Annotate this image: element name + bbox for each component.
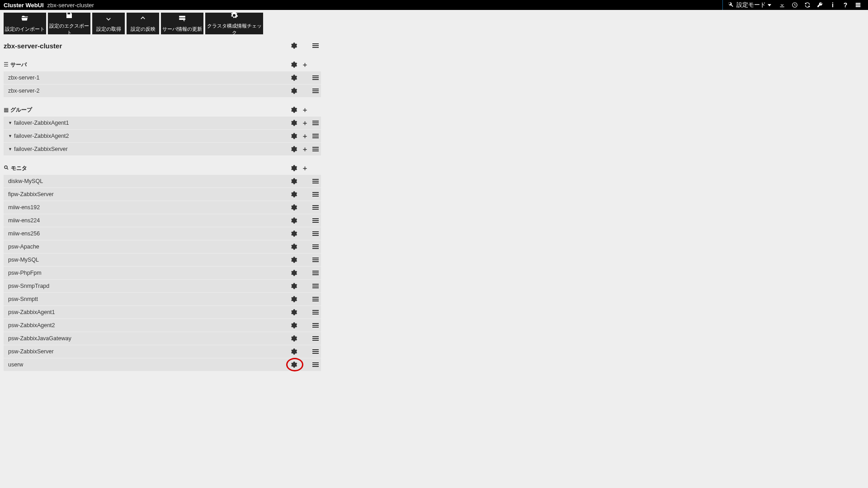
gear-icon[interactable]	[290, 177, 298, 185]
topbar-icons: i ?	[776, 0, 864, 10]
menu-icon[interactable]	[312, 204, 319, 211]
monitor-row[interactable]: psw-Apache	[4, 240, 321, 253]
plus-icon[interactable]: ＋	[301, 164, 309, 172]
svg-rect-1	[856, 3, 861, 4]
gear-icon[interactable]	[290, 74, 298, 82]
cluster-title-row: zbx-server-cluster	[4, 39, 321, 52]
gear-icon[interactable]	[290, 145, 298, 153]
server-row[interactable]: zbx-server-1	[4, 71, 321, 84]
menu-icon[interactable]	[312, 217, 319, 224]
group-row[interactable]: ▼failover-ZabbixServer＋	[4, 143, 321, 156]
monitor-row[interactable]: psw-PhpFpm	[4, 267, 321, 280]
refresh-server-button[interactable]: サーバ情報の更新	[161, 13, 203, 34]
menu-icon[interactable]	[312, 244, 319, 250]
gear-icon[interactable]	[290, 132, 298, 140]
server-row[interactable]: zbx-server-2	[4, 84, 321, 98]
gear-icon[interactable]	[290, 308, 298, 316]
menu-icon[interactable]	[312, 230, 319, 237]
help-icon[interactable]: ?	[839, 0, 852, 10]
menu-icon[interactable]	[312, 191, 319, 197]
get-config-button[interactable]: 設定の取得	[92, 13, 125, 34]
row-label: psw-Snmptt	[8, 296, 288, 302]
check-config-button[interactable]: クラスタ構成情報チェック	[205, 13, 263, 34]
gear-icon[interactable]	[290, 269, 298, 277]
menu-icon[interactable]	[312, 270, 319, 276]
key-icon[interactable]	[814, 0, 826, 10]
plus-icon[interactable]: ＋	[301, 132, 309, 140]
save-icon	[65, 11, 74, 21]
download-icon[interactable]	[776, 0, 788, 10]
arrow-up-icon	[139, 14, 147, 24]
row-label: failover-ZabbixAgent1	[14, 120, 288, 126]
monitor-row[interactable]: userw	[4, 358, 321, 371]
monitor-row[interactable]: psw-ZabbixAgent2	[4, 319, 321, 332]
groups-header-label: グループ	[10, 106, 288, 114]
monitor-row[interactable]: diskw-MySQL	[4, 175, 321, 188]
monitor-row[interactable]: psw-MySQL	[4, 253, 321, 267]
menu-icon[interactable]	[312, 133, 319, 139]
plus-icon[interactable]: ＋	[301, 106, 309, 114]
panel-icon[interactable]	[852, 0, 864, 10]
refresh-icon[interactable]	[801, 0, 814, 10]
gear-icon[interactable]	[290, 61, 298, 69]
gear-icon[interactable]	[290, 164, 298, 172]
menu-icon[interactable]	[312, 88, 319, 94]
menu-icon[interactable]	[312, 296, 319, 302]
group-row[interactable]: ▼failover-ZabbixAgent2＋	[4, 130, 321, 143]
menu-icon[interactable]	[312, 283, 319, 289]
monitor-row[interactable]: psw-SnmpTrapd	[4, 280, 321, 293]
svg-rect-5	[179, 18, 185, 20]
gear-icon[interactable]	[290, 282, 298, 290]
menu-icon[interactable]	[312, 309, 319, 315]
gear-icon[interactable]	[290, 321, 298, 329]
gear-icon[interactable]	[290, 361, 298, 369]
gear-icon[interactable]	[290, 347, 298, 356]
menu-icon[interactable]	[312, 146, 319, 152]
gear-icon[interactable]	[290, 256, 298, 264]
menu-icon[interactable]	[312, 348, 319, 355]
get-config-label: 設定の取得	[96, 26, 121, 33]
gear-icon[interactable]	[290, 119, 298, 127]
monitor-row[interactable]: miiw-ens256	[4, 227, 321, 240]
group-row[interactable]: ▼failover-ZabbixAgent1＋	[4, 117, 321, 130]
menu-icon[interactable]	[312, 42, 319, 49]
caret-down-icon: ▼	[8, 134, 12, 138]
gear-icon[interactable]	[290, 334, 298, 343]
monitor-row[interactable]: miiw-ens224	[4, 214, 321, 227]
monitors-header: モニタ ＋	[4, 161, 321, 175]
monitor-row[interactable]: fipw-ZabbixServer	[4, 188, 321, 201]
gear-icon[interactable]	[290, 230, 298, 238]
gear-icon[interactable]	[290, 106, 298, 114]
plus-icon[interactable]: ＋	[301, 61, 309, 69]
apply-config-button[interactable]: 設定の反映	[127, 13, 159, 34]
monitor-row[interactable]: psw-ZabbixAgent1	[4, 306, 321, 319]
gear-icon[interactable]	[290, 243, 298, 251]
gear-icon[interactable]	[290, 295, 298, 303]
row-label: userw	[8, 361, 288, 368]
menu-icon[interactable]	[312, 257, 319, 263]
import-button[interactable]: 設定のインポート	[4, 13, 46, 34]
info-icon[interactable]: i	[826, 0, 839, 10]
gear-icon[interactable]	[290, 203, 298, 211]
monitor-row[interactable]: psw-Snmptt	[4, 293, 321, 306]
menu-icon[interactable]	[312, 120, 319, 126]
gear-icon[interactable]	[290, 190, 298, 198]
monitor-row[interactable]: psw-ZabbixJavaGateway	[4, 332, 321, 345]
export-button[interactable]: 設定のエクスポート	[48, 13, 90, 34]
apply-config-label: 設定の反映	[131, 26, 156, 33]
menu-icon[interactable]	[312, 361, 319, 368]
plus-icon[interactable]: ＋	[301, 119, 309, 127]
menu-icon[interactable]	[312, 178, 319, 184]
gear-icon[interactable]	[290, 42, 298, 50]
clock-icon[interactable]	[788, 0, 801, 10]
monitor-row[interactable]: miiw-ens192	[4, 201, 321, 214]
menu-icon[interactable]	[312, 335, 319, 342]
gear-icon[interactable]	[290, 87, 298, 95]
monitor-row[interactable]: psw-ZabbixServer	[4, 345, 321, 358]
plus-icon[interactable]: ＋	[301, 145, 309, 153]
gear-icon[interactable]	[290, 216, 298, 225]
mode-dropdown[interactable]: 設定モード	[722, 0, 776, 10]
menu-icon[interactable]	[312, 322, 319, 328]
menu-icon[interactable]	[312, 75, 319, 81]
caret-down-icon: ▼	[8, 147, 12, 151]
